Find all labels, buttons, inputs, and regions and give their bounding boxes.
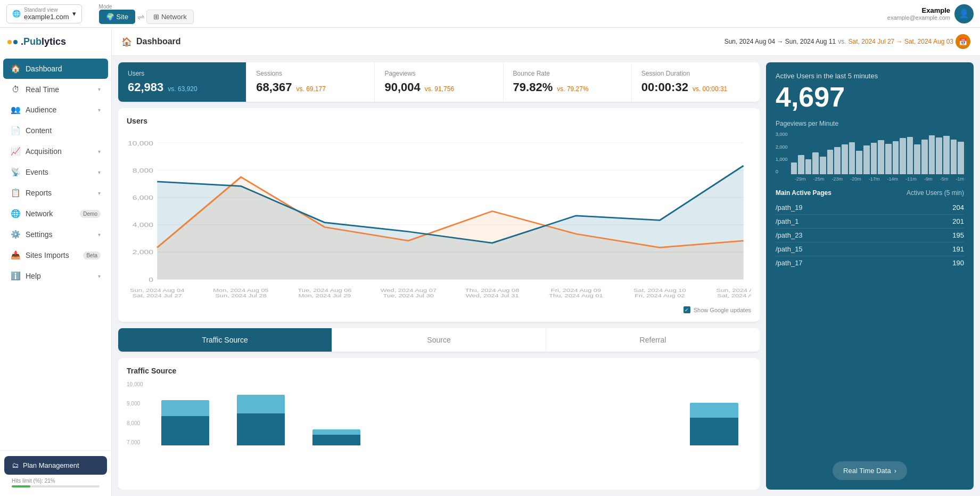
chart-footer: ✓ Show Google updates xyxy=(127,306,751,313)
sidebar-bottom: 🗂 Plan Management Hits limit (%): 21% xyxy=(0,450,111,496)
traffic-bars xyxy=(149,381,751,445)
hits-bar-outer xyxy=(12,485,100,487)
mini-bar xyxy=(791,162,797,174)
google-updates-checkbox[interactable]: ✓ xyxy=(683,306,690,313)
sidebar-item-sites-imports[interactable]: 📥 Sites Imports Beta xyxy=(3,245,108,265)
tab-source[interactable]: Source xyxy=(332,328,546,352)
sidebar-item-content[interactable]: 📄 Content xyxy=(3,120,108,141)
mini-bar xyxy=(943,136,950,174)
beta-badge: Beta xyxy=(83,251,101,259)
svg-text:Sat, 2024 Jul 27: Sat, 2024 Jul 27 xyxy=(133,293,182,298)
svg-text:Mon, 2024 Jul 29: Mon, 2024 Jul 29 xyxy=(299,293,351,298)
x-label-17m: -17m xyxy=(869,176,880,182)
sidebar-item-help-label: Help xyxy=(26,272,41,280)
x-label-14m: -14m xyxy=(887,176,899,182)
sidebar-item-events-label: Events xyxy=(26,168,48,176)
sidebar-nav: 🏠 Dashboard ⏱ Real Time ▾ 👥 Audience ▾ xyxy=(0,56,111,450)
sidebar-item-help[interactable]: ℹ️ Help ▾ xyxy=(3,266,108,286)
realtime-data-button[interactable]: Real Time Data › xyxy=(833,461,907,480)
realtime-icon: ⏱ xyxy=(11,85,20,94)
sidebar: .Publytics 🏠 Dashboard ⏱ Real Time ▾ 👥 A xyxy=(0,28,112,496)
mini-y-0: 0 xyxy=(776,169,788,174)
sidebar-item-acquisition-label: Acquisition xyxy=(26,147,62,156)
stat-users-value: 62,983 xyxy=(128,80,163,94)
content-icon: 📄 xyxy=(11,126,20,135)
sidebar-item-events[interactable]: 📡 Events ▾ xyxy=(3,162,108,182)
traffic-y-labels: 10,000 9,000 8,000 7,000 xyxy=(127,381,145,445)
page-row-5: /path_17 190 xyxy=(776,256,964,270)
page-title: Dashboard xyxy=(136,37,181,46)
sidebar-item-audience[interactable]: 👥 Audience ▾ xyxy=(3,100,108,120)
sidebar-item-acquisition[interactable]: 📈 Acquisition ▾ xyxy=(3,141,108,161)
arrow-right-icon: › xyxy=(894,467,896,475)
svg-text:Tue, 2024 Jul 30: Tue, 2024 Jul 30 xyxy=(383,293,434,298)
date-vs: vs. xyxy=(838,38,846,45)
mini-bar xyxy=(871,143,877,174)
mini-bar xyxy=(834,147,841,174)
mini-bar xyxy=(812,152,819,175)
stat-duration-label: Session Duration xyxy=(641,70,750,77)
logo-dot-orange xyxy=(7,40,12,44)
mini-bars-container xyxy=(791,132,964,174)
chevron-icon-settings: ▾ xyxy=(98,232,101,238)
page-row-3: /path_23 195 xyxy=(776,229,964,242)
plan-icon: 🗂 xyxy=(12,461,19,469)
svg-text:Sat, 2024 Aug 03: Sat, 2024 Aug 03 xyxy=(717,293,751,298)
network-mode-btn[interactable]: ⊞ Network xyxy=(146,10,194,24)
network-nav-icon: 🌐 xyxy=(11,209,20,218)
chevron-icon-audience: ▾ xyxy=(98,107,101,113)
acquisition-icon: 📈 xyxy=(11,147,20,156)
audience-icon: 👥 xyxy=(11,105,20,115)
x-label-9m: -9m xyxy=(924,176,933,182)
page-path-1: /path_19 xyxy=(776,204,803,212)
sidebar-item-settings[interactable]: ⚙️ Settings ▾ xyxy=(3,224,108,245)
users-chart-title: Users xyxy=(127,117,751,125)
avatar[interactable]: 👤 xyxy=(954,4,974,23)
stat-users: Users 62,983 vs. 63,920 xyxy=(118,62,246,102)
active-users-title: Active Users in the last 5 minutes xyxy=(776,72,964,80)
sidebar-item-network[interactable]: 🌐 Network Demo xyxy=(3,204,108,224)
settings-icon: ⚙️ xyxy=(11,230,20,239)
stat-duration: Session Duration 00:00:32 vs. 00:00:31 xyxy=(632,62,760,102)
tab-traffic-source[interactable]: Traffic Source xyxy=(118,328,332,352)
mode-buttons: 🌍 Site ⇌ ⊞ Network xyxy=(99,10,194,24)
users-chart-area: 10,000 8,000 6,000 4,000 2,000 0 xyxy=(127,132,751,302)
arrow-icon: ⇌ xyxy=(137,12,144,22)
sites-imports-icon: 📥 xyxy=(11,250,20,260)
page-count-2: 201 xyxy=(952,217,964,225)
plan-management-button[interactable]: 🗂 Plan Management xyxy=(4,456,107,475)
mini-bar xyxy=(921,140,928,175)
mini-bar xyxy=(914,144,920,174)
stat-pageviews: Pageviews 90,004 vs. 91,756 xyxy=(375,62,503,102)
sidebar-item-reports[interactable]: 📋 Reports ▾ xyxy=(3,183,108,203)
stat-bounce: Bounce Rate 79.82% vs. 79.27% xyxy=(504,62,632,102)
mini-bar xyxy=(820,157,826,175)
svg-text:Wed, 2024 Jul 31: Wed, 2024 Jul 31 xyxy=(466,293,519,298)
mini-bar xyxy=(798,155,804,174)
page-row-4: /path_15 191 xyxy=(776,242,964,256)
site-selector[interactable]: 🌐 Standard view example1.com ▾ xyxy=(6,4,82,23)
dashboard-header: 🏠 Dashboard Sun, 2024 Aug 04 → Sun, 2024… xyxy=(112,28,980,56)
chevron-icon: ▾ xyxy=(98,86,101,92)
stat-bounce-value: 79.82% xyxy=(513,80,553,94)
calendar-icon[interactable]: 📅 xyxy=(956,34,970,49)
page-path-3: /path_23 xyxy=(776,231,803,239)
y-label-9000: 9,000 xyxy=(127,401,143,406)
traffic-chart-body: 10,000 9,000 8,000 7,000 xyxy=(127,381,751,445)
sidebar-item-dashboard[interactable]: 🏠 Dashboard xyxy=(3,59,108,79)
pageviews-chart: 3,000 2,000 1,000 0 xyxy=(776,132,964,174)
mini-x-labels: -29m -25m -23m -20m -17m -14m -11m -9m -… xyxy=(776,176,964,182)
sidebar-item-realtime[interactable]: ⏱ Real Time ▾ xyxy=(3,79,108,99)
sidebar-item-network-label: Network xyxy=(26,209,53,218)
site-mode-btn[interactable]: 🌍 Site xyxy=(99,10,135,24)
dashboard-title: 🏠 Dashboard xyxy=(121,37,181,47)
y-label-7000: 7,000 xyxy=(127,440,143,445)
hits-limit-label: Hits limit (%): xyxy=(12,478,43,484)
tab-referral[interactable]: Referral xyxy=(546,328,760,352)
chevron-icon-acquisition: ▾ xyxy=(98,149,101,155)
date-current: Sun, 2024 Aug 04 → Sun, 2024 Aug 11 xyxy=(724,38,836,45)
logo-dot-blue xyxy=(13,40,18,44)
sidebar-item-sites-imports-label: Sites Imports xyxy=(26,251,69,259)
sidebar-item-realtime-label: Real Time xyxy=(26,85,59,94)
mini-y-2000: 2,000 xyxy=(776,144,788,150)
